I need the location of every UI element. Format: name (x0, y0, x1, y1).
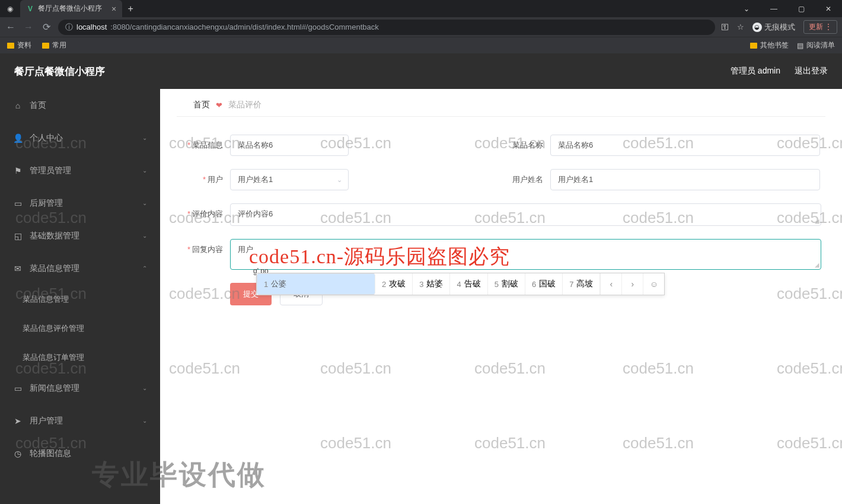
vue-icon: V (26, 5, 34, 13)
ime-candidate-4[interactable]: 4告破 (450, 273, 487, 295)
crop-icon: ◱ (13, 231, 23, 241)
sidebar: ⌂首页 👤个人中心⌄ ⚑管理员管理⌄ ▭后厨管理⌄ ◱基础数据管理⌄ ✉菜品信息… (0, 53, 160, 504)
close-icon[interactable]: × (111, 4, 116, 14)
key-icon[interactable]: ⚿ (721, 23, 729, 31)
chevron-up-icon: ⌃ (142, 265, 147, 272)
ime-candidate-6[interactable]: 6国破 (525, 273, 563, 295)
bookmark-bar: 资料 常用 其他书签 ▤阅读清单 (0, 37, 842, 53)
breadcrumb: 首页 ❤ 菜品评价 (177, 89, 825, 117)
ime-candidate-bar[interactable]: 1公婆 2攻破 3姑婆 4告破 5割破 6国破 7高坡 ‹ › ☺ (256, 273, 665, 295)
ime-candidate-3[interactable]: 3姑婆 (413, 273, 450, 295)
chevron-down-icon: ⌄ (142, 200, 147, 206)
dish-name-input[interactable]: 菜品名称6 (550, 135, 820, 156)
reading-list[interactable]: ▤阅读清单 (797, 40, 835, 50)
reply-textarea[interactable]: 用户◢ (230, 239, 821, 270)
user-name-input[interactable]: 用户姓名1 (550, 169, 820, 190)
dish-info-select[interactable]: 菜品名称6⌄ (230, 135, 349, 156)
tab-active[interactable]: V 餐厅点餐微信小程序 × (20, 0, 122, 17)
mail-icon: ✉ (13, 264, 23, 273)
home-icon: ⌂ (13, 101, 23, 110)
browser-tab-bar: ◉ V 餐厅点餐微信小程序 × + ⌄ ― ▢ ✕ (0, 0, 842, 17)
sidebar-item-news[interactable]: ▭新闻信息管理⌄ (0, 372, 160, 404)
tab-blank[interactable]: ◉ (0, 0, 20, 17)
chevron-down-icon: ⌄ (142, 385, 147, 391)
ime-prev-icon[interactable]: ‹ (600, 273, 621, 295)
eval-label: *评价内容 (177, 203, 230, 225)
dish-name-label: 菜品名称 (497, 135, 550, 156)
chevron-down-icon[interactable]: ⌄ (733, 0, 760, 17)
address-bar: ← → ⟳ ⓘ localhost:8080/cantingdiancanxia… (0, 17, 842, 37)
url-path: :8080/cantingdiancanxiaochengxu/admin/di… (110, 23, 378, 31)
chevron-down-icon: ⌄ (142, 417, 147, 424)
sidebar-item-admin[interactable]: ⚑管理员管理⌄ (0, 154, 160, 187)
incognito-icon: ◒ (752, 23, 762, 32)
new-tab-button[interactable]: + (122, 4, 139, 14)
reply-label: *回复内容 (177, 239, 230, 260)
other-bookmarks[interactable]: 其他书签 (750, 40, 789, 50)
display-icon: ▭ (13, 199, 23, 208)
ime-candidate-7[interactable]: 7高坡 (563, 273, 600, 295)
folder-icon (42, 43, 49, 49)
minimize-icon[interactable]: ― (760, 0, 787, 17)
resize-icon: ◢ (815, 218, 819, 224)
sidebar-item-dish[interactable]: ✉菜品信息管理⌃ (0, 252, 160, 285)
sidebar-item-personal[interactable]: 👤个人中心⌄ (0, 122, 160, 154)
chevron-down-icon: ⌄ (142, 232, 147, 239)
ime-emoji-icon[interactable]: ☺ (643, 273, 664, 295)
ime-next-icon[interactable]: › (621, 273, 643, 295)
bookmark-folder-1[interactable]: 资料 (7, 40, 31, 50)
app-title: 餐厅点餐微信小程序 (14, 65, 105, 78)
folder-icon (7, 43, 14, 49)
sidebar-item-dish-review[interactable]: 菜品信息评价管理 (0, 314, 160, 343)
user-select[interactable]: 用户姓名1⌄ (230, 169, 349, 190)
news-icon: ▭ (13, 384, 23, 393)
globe-icon: ◉ (6, 5, 14, 13)
clock-icon: ◷ (13, 449, 23, 458)
chevron-down-icon: ⌄ (142, 135, 147, 141)
sidebar-item-dish-manage[interactable]: 菜品信息管理 (0, 285, 160, 314)
chevron-down-icon: ⌄ (337, 142, 342, 149)
breadcrumb-current: 菜品评价 (228, 100, 261, 110)
list-icon: ▤ (797, 42, 803, 50)
chevron-down-icon: ⌄ (337, 176, 342, 184)
ime-candidate-5[interactable]: 5割破 (488, 273, 525, 295)
heart-icon: ❤ (216, 101, 222, 110)
sidebar-item-carousel[interactable]: ◷轮播图信息 (0, 437, 160, 470)
sidebar-item-kitchen[interactable]: ▭后厨管理⌄ (0, 187, 160, 219)
forward-icon[interactable]: → (23, 22, 34, 33)
resize-icon: ◢ (815, 261, 819, 268)
logout-link[interactable]: 退出登录 (795, 66, 828, 76)
close-window-icon[interactable]: ✕ (815, 0, 842, 17)
sidebar-item-user[interactable]: ➤用户管理⌄ (0, 404, 160, 437)
url-input[interactable]: ⓘ localhost:8080/cantingdiancanxiaocheng… (58, 20, 715, 35)
dish-info-label: *菜品信息 (177, 135, 230, 156)
ime-candidate-1[interactable]: 1公婆 (257, 273, 375, 295)
ime-candidate-2[interactable]: 2攻破 (375, 273, 413, 295)
url-host: localhost (76, 23, 107, 31)
user-label: *用户 (177, 169, 230, 190)
update-button[interactable]: 更新 ⋮ (803, 20, 837, 34)
sidebar-item-home[interactable]: ⌂首页 (0, 89, 160, 122)
user-icon: 👤 (13, 133, 23, 143)
admin-label[interactable]: 管理员 admin (731, 66, 780, 76)
info-icon: ⓘ (65, 22, 73, 33)
sidebar-item-basic[interactable]: ◱基础数据管理⌄ (0, 219, 160, 252)
maximize-icon[interactable]: ▢ (787, 0, 815, 17)
user-name-label: 用户姓名 (497, 169, 550, 190)
flag-icon: ⚑ (13, 166, 23, 176)
eval-textarea[interactable]: 评价内容6◢ (230, 203, 821, 226)
sidebar-item-dish-order[interactable]: 菜品信息订单管理 (0, 343, 160, 372)
bookmark-folder-2[interactable]: 常用 (42, 40, 66, 50)
breadcrumb-home[interactable]: 首页 (193, 100, 210, 110)
reload-icon[interactable]: ⟳ (40, 21, 52, 33)
tab-title: 餐厅点餐微信小程序 (38, 4, 102, 14)
app-header: 餐厅点餐微信小程序 管理员 admin 退出登录 (0, 53, 842, 89)
star-icon[interactable]: ☆ (737, 23, 744, 31)
back-icon[interactable]: ← (5, 22, 17, 33)
folder-icon (750, 43, 757, 49)
send-icon: ➤ (13, 416, 23, 426)
chevron-down-icon: ⌄ (142, 167, 147, 174)
incognito-badge: ◒无痕模式 (752, 22, 795, 33)
window-controls: ⌄ ― ▢ ✕ (733, 0, 842, 17)
